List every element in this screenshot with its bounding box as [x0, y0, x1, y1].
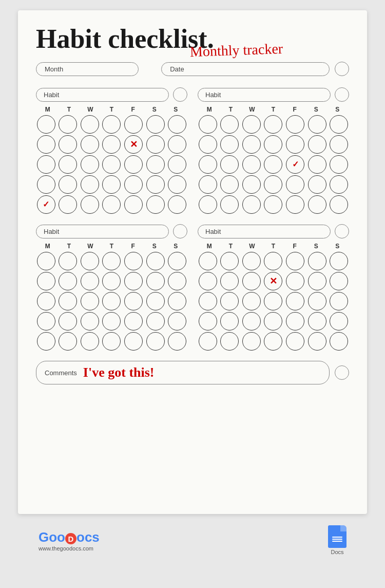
day-circle-4-3-4[interactable]: [286, 312, 304, 330]
day-circle-3-3-0[interactable]: [37, 312, 55, 330]
day-circle-3-2-4[interactable]: [124, 292, 143, 310]
day-circle-4-3-2[interactable]: [242, 312, 261, 330]
day-circle-2-3-3[interactable]: [264, 175, 282, 194]
day-circle-3-1-6[interactable]: [168, 272, 186, 290]
day-circle-4-2-5[interactable]: [308, 292, 326, 310]
date-input[interactable]: Date: [161, 62, 330, 76]
day-circle-3-0-4[interactable]: [124, 252, 143, 270]
day-circle-3-1-2[interactable]: [81, 272, 99, 290]
day-circle-2-3-4[interactable]: [286, 175, 304, 194]
day-circle-4-1-4[interactable]: [286, 272, 304, 290]
habit-circle-btn-2[interactable]: [335, 87, 349, 102]
day-circle-4-2-0[interactable]: [199, 292, 217, 310]
day-circle-2-0-0[interactable]: [199, 115, 217, 134]
day-circle-4-1-6[interactable]: [330, 272, 348, 290]
day-circle-3-1-1[interactable]: [59, 272, 77, 290]
day-circle-3-1-5[interactable]: [146, 272, 165, 290]
day-circle-4-0-6[interactable]: [330, 252, 348, 270]
day-circle-2-0-4[interactable]: [286, 115, 304, 134]
day-circle-1-0-0[interactable]: [37, 115, 55, 134]
day-circle-2-1-4[interactable]: [286, 135, 304, 154]
day-circle-2-2-3[interactable]: [264, 155, 282, 174]
day-circle-1-0-4[interactable]: [124, 115, 143, 134]
day-circle-1-1-4[interactable]: ✕: [124, 135, 143, 154]
day-circle-3-0-2[interactable]: [81, 252, 99, 270]
day-circle-2-3-0[interactable]: [199, 175, 217, 194]
day-circle-4-2-6[interactable]: [330, 292, 348, 310]
day-circle-2-0-5[interactable]: [308, 115, 326, 134]
day-circle-3-4-6[interactable]: [168, 332, 186, 351]
day-circle-2-2-0[interactable]: [199, 155, 217, 174]
day-circle-4-2-1[interactable]: [220, 292, 239, 310]
habit-pill-1[interactable]: Habit: [36, 88, 169, 102]
day-circle-3-3-6[interactable]: [168, 312, 186, 330]
day-circle-3-0-1[interactable]: [59, 252, 77, 270]
day-circle-1-0-3[interactable]: [102, 115, 121, 134]
day-circle-2-2-4[interactable]: ✓: [286, 155, 304, 174]
day-circle-1-3-1[interactable]: [59, 175, 77, 194]
day-circle-3-2-6[interactable]: [168, 292, 186, 310]
day-circle-3-3-5[interactable]: [146, 312, 165, 330]
day-circle-1-1-3[interactable]: [102, 135, 121, 154]
comments-circle-btn[interactable]: [335, 365, 349, 380]
day-circle-1-0-1[interactable]: [59, 115, 77, 134]
day-circle-2-2-5[interactable]: [308, 155, 326, 174]
day-circle-4-2-2[interactable]: [242, 292, 261, 310]
day-circle-1-4-2[interactable]: [81, 195, 99, 214]
day-circle-3-0-6[interactable]: [168, 252, 186, 270]
day-circle-1-1-1[interactable]: [59, 135, 77, 154]
day-circle-3-0-5[interactable]: [146, 252, 165, 270]
day-circle-2-0-3[interactable]: [264, 115, 282, 134]
day-circle-3-3-1[interactable]: [59, 312, 77, 330]
day-circle-3-2-3[interactable]: [102, 292, 121, 310]
day-circle-1-2-1[interactable]: [59, 155, 77, 174]
day-circle-1-1-2[interactable]: [81, 135, 99, 154]
day-circle-3-4-4[interactable]: [124, 332, 143, 351]
day-circle-3-1-3[interactable]: [102, 272, 121, 290]
day-circle-3-0-0[interactable]: [37, 252, 55, 270]
day-circle-1-2-0[interactable]: [37, 155, 55, 174]
day-circle-2-1-5[interactable]: [308, 135, 326, 154]
day-circle-1-1-0[interactable]: [37, 135, 55, 154]
day-circle-1-3-4[interactable]: [124, 175, 143, 194]
day-circle-2-3-5[interactable]: [308, 175, 326, 194]
day-circle-1-0-5[interactable]: [146, 115, 165, 134]
day-circle-4-3-6[interactable]: [330, 312, 348, 330]
day-circle-3-4-3[interactable]: [102, 332, 121, 351]
day-circle-4-3-1[interactable]: [220, 312, 239, 330]
day-circle-1-1-6[interactable]: [168, 135, 186, 154]
day-circle-1-3-6[interactable]: [168, 175, 186, 194]
day-circle-2-4-1[interactable]: [220, 195, 239, 214]
day-circle-4-1-5[interactable]: [308, 272, 326, 290]
day-circle-1-2-6[interactable]: [168, 155, 186, 174]
day-circle-4-4-0[interactable]: [199, 332, 217, 351]
day-circle-2-4-2[interactable]: [242, 195, 261, 214]
day-circle-1-2-5[interactable]: [146, 155, 165, 174]
habit-pill-3[interactable]: Habit: [36, 225, 169, 238]
day-circle-1-4-3[interactable]: [102, 195, 121, 214]
habit-circle-btn-1[interactable]: [173, 87, 187, 102]
month-input[interactable]: Month: [36, 62, 139, 76]
day-circle-4-0-4[interactable]: [286, 252, 304, 270]
day-circle-1-3-5[interactable]: [146, 175, 165, 194]
day-circle-2-1-1[interactable]: [220, 135, 239, 154]
day-circle-2-0-2[interactable]: [242, 115, 261, 134]
day-circle-4-4-6[interactable]: [330, 332, 348, 351]
day-circle-1-4-1[interactable]: [59, 195, 77, 214]
day-circle-4-4-1[interactable]: [220, 332, 239, 351]
day-circle-1-1-5[interactable]: [146, 135, 165, 154]
day-circle-4-4-3[interactable]: [264, 332, 282, 351]
day-circle-3-2-5[interactable]: [146, 292, 165, 310]
day-circle-2-4-6[interactable]: [330, 195, 348, 214]
comments-field[interactable]: Comments I've got this!: [36, 361, 330, 384]
habit-circle-btn-4[interactable]: [335, 224, 349, 238]
day-circle-4-0-1[interactable]: [220, 252, 239, 270]
day-circle-3-4-5[interactable]: [146, 332, 165, 351]
header-circle-btn[interactable]: [335, 62, 349, 76]
day-circle-1-4-0[interactable]: ✓: [37, 195, 55, 214]
day-circle-3-2-1[interactable]: [59, 292, 77, 310]
day-circle-2-4-3[interactable]: [264, 195, 282, 214]
day-circle-4-3-0[interactable]: [199, 312, 217, 330]
day-circle-4-1-0[interactable]: [199, 272, 217, 290]
day-circle-1-4-4[interactable]: [124, 195, 143, 214]
